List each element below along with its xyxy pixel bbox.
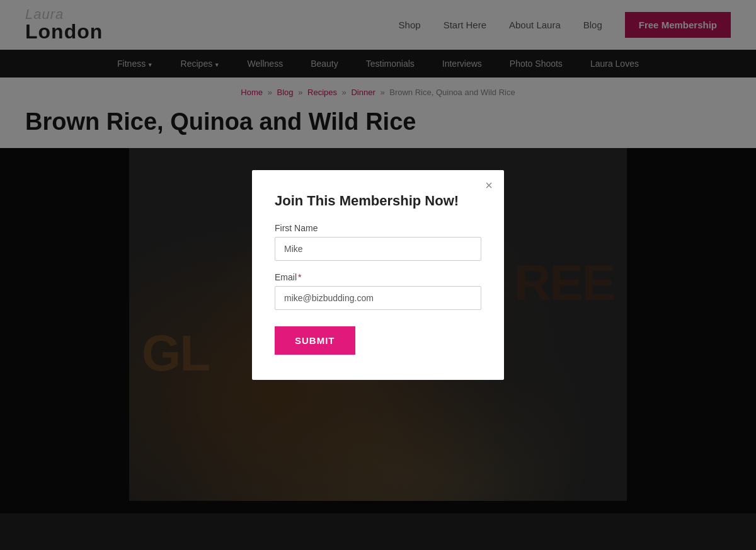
modal-title: Join This Membership Now! — [275, 193, 481, 209]
email-input[interactable] — [275, 286, 481, 310]
membership-modal: × Join This Membership Now! First Name E… — [252, 170, 504, 380]
first-name-label: First Name — [275, 223, 481, 233]
email-label: Email* — [275, 272, 481, 282]
first-name-group: First Name — [275, 223, 481, 261]
email-group: Email* — [275, 272, 481, 310]
modal-overlay[interactable]: × Join This Membership Now! First Name E… — [0, 0, 756, 513]
modal-close-button[interactable]: × — [485, 179, 493, 192]
first-name-input[interactable] — [275, 237, 481, 261]
required-star: * — [298, 272, 301, 282]
submit-button[interactable]: SUBMIT — [275, 326, 355, 355]
